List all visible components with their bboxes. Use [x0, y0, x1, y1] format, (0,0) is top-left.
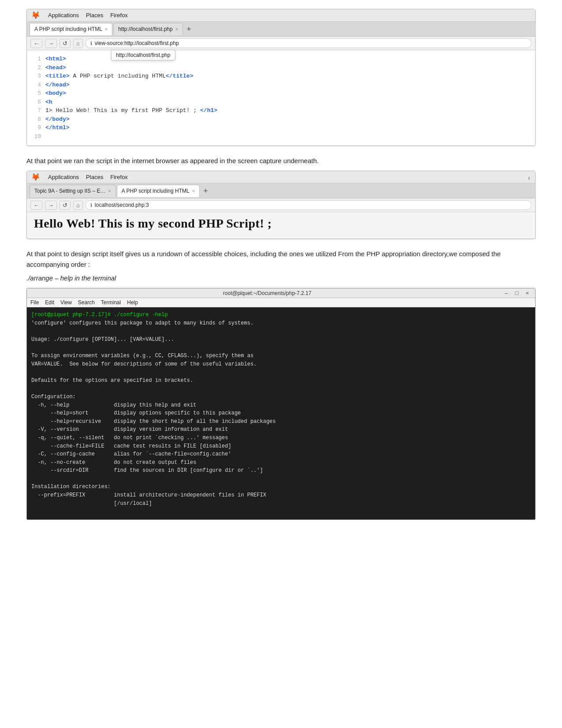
terminal-output-2: Usage: ./configure [OPTION]... [VAR=VALU…	[31, 336, 174, 343]
new-tab-button[interactable]: +	[184, 23, 194, 35]
tab2-close-1[interactable]: ×	[108, 188, 111, 194]
url-icon-2: ℹ	[90, 202, 92, 208]
terminal-menu-terminal[interactable]: Terminal	[101, 299, 121, 306]
code-line-3: 3 <title> A PHP script including HTML</t…	[34, 72, 528, 81]
paragraph-1: At that point we ran the script in the i…	[26, 156, 536, 166]
terminal-title: root@piquet:~/Documents/php-7.2.17	[31, 290, 503, 296]
code-line-7: 7 1> Hello Web! This is my first PHP Scr…	[34, 106, 528, 115]
url-text-2: localhost/second.php:3	[95, 202, 149, 208]
terminal-menu-view[interactable]: View	[60, 299, 72, 306]
reload-button[interactable]: ↺	[60, 39, 71, 48]
code-line-9: 9 </html>	[34, 123, 528, 132]
app-icon: 🦊	[31, 11, 40, 19]
browser-window-1: 🦊 Applications Places Firefox A PHP scri…	[26, 9, 536, 146]
arrange-line: ./arrange – help in the terminal	[26, 274, 536, 282]
tab-php-html-2[interactable]: A PHP script including HTML ×	[117, 185, 200, 197]
forward-button-2[interactable]: →	[45, 201, 57, 210]
menu2-firefox[interactable]: Firefox	[110, 174, 128, 180]
terminal-output-3: To assign environment variables (e.g., C…	[31, 353, 257, 367]
url-bar-2[interactable]: ℹ localhost/second.php:3	[86, 200, 532, 210]
code-area-1: 1 <html> 2 <head> 3 <title> A PHP script…	[27, 50, 535, 146]
forward-button[interactable]: →	[45, 39, 57, 48]
code-line-4: 4 </head>	[34, 81, 528, 90]
tab-topic9a[interactable]: Topic 9A - Setting up IIS – E… ×	[30, 185, 116, 197]
code-line-10: 10	[34, 132, 528, 141]
terminal-output-5: Configuration: -h, --help display this h…	[31, 394, 276, 474]
browser-tabbar-1: A PHP script including HTML × http://loc…	[27, 22, 535, 37]
tab-php-html[interactable]: A PHP script including HTML ×	[30, 23, 112, 35]
terminal-cmd-line: [root@piquet php-7.2.17]# ./configure -h…	[31, 312, 168, 318]
menu-firefox[interactable]: Firefox	[110, 12, 128, 19]
tab2-close-2[interactable]: ×	[192, 188, 195, 194]
back-button[interactable]: ←	[30, 39, 42, 48]
home-button[interactable]: ⌂	[73, 39, 83, 48]
url-tooltip-container: view-source:http://localhost/first.php h…	[95, 40, 179, 46]
back-button-2[interactable]: ←	[30, 201, 42, 210]
terminal-menu-edit[interactable]: Edit	[45, 299, 54, 306]
url-text: view-source:http://localhost/first.php	[95, 40, 179, 46]
terminal-output-1: 'configure' configures this package to a…	[31, 320, 253, 326]
menu-applications[interactable]: Applications	[48, 12, 79, 19]
terminal-menu-help[interactable]: Help	[127, 299, 138, 306]
url-tooltip: http://localhost/first.php	[111, 50, 175, 60]
new-tab-button-2[interactable]: +	[201, 185, 211, 197]
maximize-button[interactable]: □	[514, 290, 521, 296]
terminal-titlebar: root@piquet:~/Documents/php-7.2.17 – □ ×	[27, 288, 535, 298]
terminal-body: [root@piquet php-7.2.17]# ./configure -h…	[27, 307, 535, 519]
url-bar-1[interactable]: ℹ view-source:http://localhost/first.php…	[86, 38, 532, 48]
app-icon-2: 🦊	[31, 173, 40, 181]
browser-tabbar-2: Topic 9A - Setting up IIS – E… × A PHP s…	[27, 183, 535, 198]
home-button-2[interactable]: ⌂	[73, 201, 83, 210]
reload-button-2[interactable]: ↺	[60, 201, 71, 210]
terminal-window-buttons: – □ ×	[503, 290, 531, 296]
url-icon: ℹ	[90, 41, 92, 46]
scroll-indicator: ╻	[528, 174, 531, 180]
tab-localhost-first[interactable]: http://localhost/first.php ×	[113, 23, 183, 35]
menu-places[interactable]: Places	[86, 12, 103, 19]
browser-window-2: 🦊 Applications Places Firefox ╻ Topic 9A…	[26, 171, 536, 239]
terminal-menubar: File Edit View Search Terminal Help	[27, 298, 535, 307]
minimize-button[interactable]: –	[503, 290, 510, 296]
tab-close-1[interactable]: ×	[105, 26, 108, 32]
browser-navbar-1: ← → ↺ ⌂ ℹ view-source:http://localhost/f…	[27, 37, 535, 50]
terminal-output-6: Installation directories: --prefix=PREFI…	[31, 484, 266, 506]
code-line-5: 5 <body>	[34, 89, 528, 98]
menu2-places[interactable]: Places	[86, 174, 103, 180]
close-button[interactable]: ×	[524, 290, 531, 296]
hello-web-text: Hello Web! This is my second PHP Script!…	[27, 212, 535, 239]
browser-navbar-2: ← → ↺ ⌂ ℹ localhost/second.php:3	[27, 198, 535, 212]
terminal-output-4: Defaults for the options are specified i…	[31, 377, 193, 384]
code-line-6: 6 <h	[34, 98, 528, 107]
code-line-1: 1 <html>	[34, 55, 528, 63]
menu2-applications[interactable]: Applications	[48, 174, 79, 180]
browser-menubar-1: 🦊 Applications Places Firefox	[27, 9, 535, 22]
terminal-menu-search[interactable]: Search	[78, 299, 95, 306]
terminal-window: root@piquet:~/Documents/php-7.2.17 – □ ×…	[26, 288, 536, 520]
terminal-menu-file[interactable]: File	[30, 299, 39, 306]
code-line-8: 8 </body>	[34, 115, 528, 124]
code-line-2: 2 <head>	[34, 63, 528, 72]
paragraph-2: At that point to design script itself gi…	[26, 249, 536, 270]
browser-menubar-2: 🦊 Applications Places Firefox ╻	[27, 171, 535, 183]
tab-close-2[interactable]: ×	[175, 26, 178, 32]
